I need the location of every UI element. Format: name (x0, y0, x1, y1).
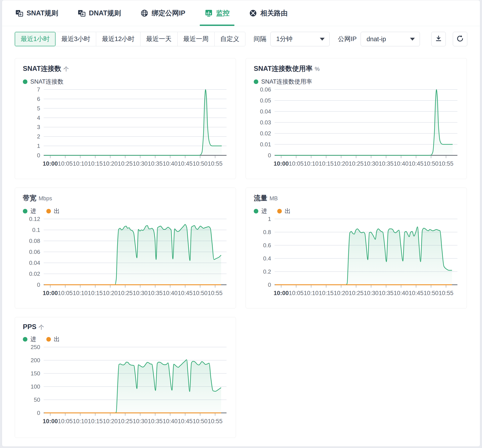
legend-label: SNAT连接数 (30, 78, 64, 86)
legend-item-bandwidth-0[interactable]: 进 (23, 207, 36, 215)
svg-text:0.8: 0.8 (263, 229, 271, 236)
svg-text:10:45: 10:45 (178, 290, 193, 296)
svg-text:10:20: 10:20 (103, 160, 118, 167)
svg-text:200: 200 (31, 357, 40, 363)
svg-text:10:45: 10:45 (409, 160, 424, 167)
svg-text:10:00: 10:00 (43, 290, 58, 296)
svg-text:10:35: 10:35 (148, 418, 163, 424)
legend-dot-icon (254, 209, 258, 213)
legend-item-pps-1[interactable]: 出 (46, 335, 60, 343)
legend-dot-icon (23, 337, 27, 342)
svg-text:10:05: 10:05 (58, 160, 73, 167)
svg-text:10:40: 10:40 (163, 290, 178, 296)
tab-label: DNAT规则 (89, 8, 121, 18)
svg-text:10:40: 10:40 (394, 290, 409, 296)
svg-text:10:15: 10:15 (88, 418, 103, 424)
svg-text:0.08: 0.08 (29, 238, 40, 244)
svg-text:10:10: 10:10 (304, 290, 319, 296)
svg-text:10:20: 10:20 (103, 290, 118, 296)
svg-text:1: 1 (37, 143, 40, 149)
tab-bind-public-ip[interactable]: 绑定公网IP (140, 0, 185, 26)
svg-text:10:05: 10:05 (289, 160, 304, 167)
legend-item-snat-connections-0[interactable]: SNAT连接数 (23, 78, 64, 86)
svg-text:10:25: 10:25 (118, 290, 133, 296)
svg-text:10:50: 10:50 (424, 290, 439, 296)
chart-title: PPS个 (23, 323, 228, 331)
tab-bar: SNAT规则DNAT规则绑定公网IP监控相关路由 (2, 0, 480, 26)
svg-text:10:40: 10:40 (394, 160, 409, 167)
legend-label: 出 (54, 335, 60, 343)
time-range-last-3h-button[interactable]: 最近3小时 (55, 32, 96, 46)
svg-text:7: 7 (37, 87, 40, 93)
chart-title-text: PPS (23, 323, 36, 331)
svg-text:10:00: 10:00 (43, 418, 58, 424)
legend-dot-icon (23, 209, 27, 213)
time-range-last-week-button[interactable]: 最近一周 (177, 32, 215, 46)
chevron-down-icon (320, 38, 325, 41)
svg-text:10:50: 10:50 (193, 290, 208, 296)
chart-title-text: SNAT连接数 (23, 64, 61, 73)
download-icon (434, 34, 443, 44)
time-range-last-day-button[interactable]: 最近一天 (140, 32, 177, 46)
chart-legend: 进出 (23, 335, 228, 343)
svg-text:0: 0 (37, 152, 40, 159)
svg-text:10:55: 10:55 (439, 290, 453, 296)
svg-text:0.06: 0.06 (29, 249, 40, 255)
legend-item-pps-0[interactable]: 进 (23, 335, 36, 343)
tab-label: 监控 (216, 8, 230, 18)
legend-label: SNAT连接数使用率 (261, 78, 312, 86)
chart-actions (431, 32, 467, 46)
svg-text:10:15: 10:15 (319, 160, 334, 167)
svg-text:10:35: 10:35 (148, 290, 163, 296)
svg-text:10:00: 10:00 (273, 290, 289, 296)
legend-item-bandwidth-1[interactable]: 出 (46, 207, 60, 215)
controls-row: 最近1小时最近3小时最近12小时最近一天最近一周自定义 间隔 1分钟 公网IP … (2, 32, 480, 46)
legend-label: 出 (285, 207, 291, 215)
svg-text:10:25: 10:25 (349, 160, 364, 167)
public-ip-select[interactable]: dnat-ip (361, 32, 420, 46)
charts-grid: SNAT连接数个SNAT连接数0123456710:0010:0510:1010… (2, 46, 480, 438)
time-range-last-1h-button[interactable]: 最近1小时 (15, 32, 56, 46)
svg-text:0.02: 0.02 (29, 270, 40, 277)
legend-label: 进 (261, 207, 267, 215)
legend-item-snat-connection-usage-0[interactable]: SNAT连接数使用率 (254, 78, 312, 86)
svg-text:10:45: 10:45 (178, 418, 193, 424)
chart-card-snat-connections: SNAT连接数个SNAT连接数0123456710:0010:0510:1010… (15, 58, 236, 179)
svg-text:0.6: 0.6 (263, 242, 271, 249)
interval-select[interactable]: 1分钟 (270, 32, 330, 46)
time-range-last-12h-button[interactable]: 最近12小时 (96, 32, 140, 46)
svg-text:10:45: 10:45 (409, 290, 424, 296)
chart-title: SNAT连接数使用率% (254, 64, 459, 73)
tab-monitor[interactable]: 监控 (205, 0, 230, 26)
legend-item-traffic-0[interactable]: 进 (254, 207, 267, 215)
legend-item-traffic-1[interactable]: 出 (277, 207, 291, 215)
tab-snat-rules[interactable]: SNAT规则 (15, 0, 58, 26)
chart-legend: 进出 (254, 207, 459, 215)
tab-dnat-rules[interactable]: DNAT规则 (78, 0, 121, 26)
chart-unit: MB (270, 195, 278, 202)
refresh-button[interactable] (453, 32, 467, 46)
svg-text:10:45: 10:45 (178, 160, 193, 167)
svg-text:10:25: 10:25 (118, 160, 133, 167)
download-button[interactable] (431, 32, 446, 46)
legend-dot-icon (23, 79, 27, 84)
svg-text:0.2: 0.2 (263, 268, 271, 275)
svg-text:10:55: 10:55 (208, 418, 223, 424)
svg-text:10:15: 10:15 (88, 160, 103, 167)
svg-text:0: 0 (268, 282, 271, 288)
legend-label: 进 (30, 207, 36, 215)
svg-text:10:30: 10:30 (364, 290, 379, 296)
tab-related-routes[interactable]: 相关路由 (249, 0, 288, 26)
svg-text:100: 100 (31, 383, 40, 390)
svg-text:1: 1 (268, 217, 271, 222)
svg-text:10:30: 10:30 (133, 290, 148, 296)
interval-label: 间隔 (254, 35, 266, 43)
svg-text:250: 250 (31, 345, 40, 350)
svg-text:10:35: 10:35 (379, 290, 394, 296)
svg-text:2: 2 (37, 133, 40, 140)
time-range-custom-button[interactable]: 自定义 (214, 32, 245, 46)
svg-text:10:50: 10:50 (193, 160, 208, 167)
svg-text:0: 0 (37, 282, 40, 288)
chart-card-traffic: 流量MB进出00.20.40.60.8110:0010:0510:1010:15… (246, 188, 467, 308)
svg-text:10:30: 10:30 (364, 160, 379, 167)
